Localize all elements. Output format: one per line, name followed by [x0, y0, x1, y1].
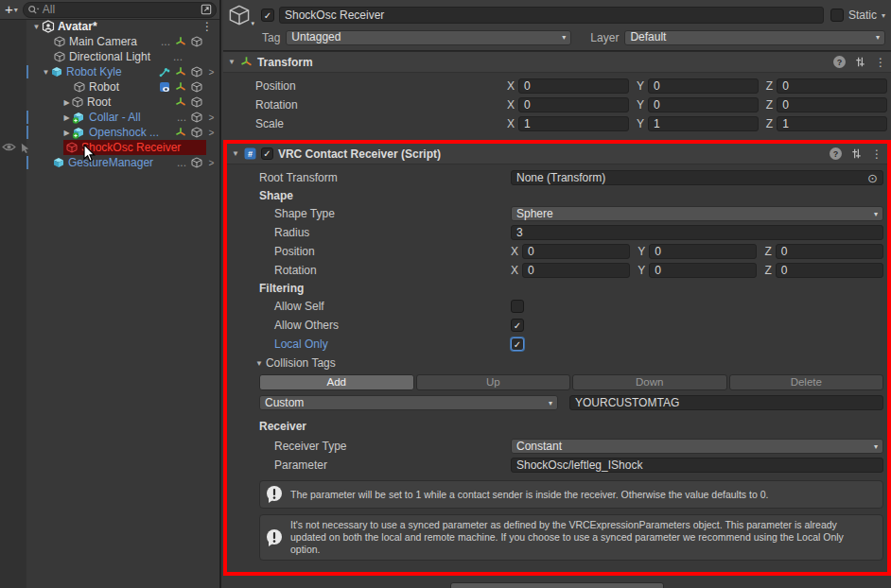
presets-icon[interactable] — [850, 147, 863, 160]
down-button[interactable]: Down — [572, 374, 727, 390]
help-icon[interactable]: ? — [830, 147, 842, 160]
layer-dropdown[interactable]: Default ▾ — [624, 30, 885, 45]
open-search-window-icon[interactable] — [201, 4, 212, 15]
foldout-closed-icon[interactable]: ▶ — [61, 113, 72, 122]
gameobject-icon-button[interactable]: ▾ — [228, 4, 256, 26]
kebab-menu-icon[interactable]: ⋮ — [875, 56, 886, 69]
component-title: Transform — [257, 56, 313, 69]
kebab-menu-icon[interactable]: ⋮ — [871, 147, 882, 161]
position-x-field[interactable]: 0 — [518, 78, 629, 94]
custom-tag-input[interactable]: YOURCUSTOMTAG — [569, 395, 883, 410]
prefab-open-chevron-icon[interactable]: > — [207, 112, 216, 123]
hierarchy-item-robot-kyle[interactable]: ▼ Robot Kyle > — [0, 64, 219, 79]
rotation-z-field[interactable]: 0 — [777, 97, 887, 112]
presets-icon[interactable] — [854, 56, 866, 68]
hierarchy-item-shockosc-receiver[interactable]: ShockOsc Receiver — [0, 140, 219, 155]
tag-dropdown[interactable]: Untagged ▾ — [286, 30, 571, 45]
foldout-open-icon[interactable]: ▼ — [232, 149, 239, 158]
help-text: It's not necessary to use a synced param… — [290, 519, 875, 556]
local-only-checkbox[interactable]: ✓ — [511, 337, 524, 351]
shape-position-x-field[interactable]: 0 — [522, 244, 630, 259]
up-button[interactable]: Up — [416, 374, 571, 390]
hierarchy-item-root[interactable]: ▶ Root — [0, 95, 219, 110]
add-button[interactable]: Add — [259, 374, 414, 390]
hierarchy-item-robot[interactable]: Robot — [0, 79, 219, 95]
override-bar — [26, 111, 28, 124]
hierarchy-item-main-camera[interactable]: Main Camera ... — [0, 34, 219, 49]
inspector-panel: ▾ ✓ ShockOsc Receiver ✓ Static ▾ Tag Unt… — [223, 0, 891, 588]
receiver-type-dropdown[interactable]: Constant ▾ — [511, 439, 883, 454]
prefab-added-cube-icon — [72, 112, 85, 124]
property-label: Allow Self — [227, 300, 511, 313]
shape-position-y-field[interactable]: 0 — [649, 244, 757, 259]
shape-rotation-x-field[interactable]: 0 — [522, 263, 630, 278]
collision-tags-buttons: Add Up Down Delete — [259, 374, 883, 390]
kebab-menu-icon[interactable]: ⋮ — [201, 20, 216, 33]
eye-visibility-icon[interactable] — [2, 142, 16, 152]
prefab-open-chevron-icon[interactable]: > — [207, 158, 216, 168]
check-icon: ✓ — [264, 10, 271, 21]
mesh-icon — [191, 112, 202, 123]
foldout-closed-icon[interactable]: ▶ — [61, 98, 72, 107]
axis-label: Y — [637, 98, 644, 112]
axis-label: Y — [637, 79, 644, 93]
shape-type-dropdown[interactable]: Sphere ▾ — [511, 206, 883, 221]
hierarchy-item-directional-light[interactable]: Directional Light ... — [0, 49, 219, 64]
transform-icon — [175, 96, 186, 108]
root-transform-object-field[interactable]: None (Transform) ⊙ — [511, 170, 883, 185]
shape-rotation-z-field[interactable]: 0 — [776, 263, 883, 278]
radius-field[interactable]: 3 — [511, 225, 883, 240]
hierarchy-item-openshock[interactable]: ▶ Openshock ... > — [0, 125, 219, 140]
gameobject-name-input[interactable]: ShockOsc Receiver — [279, 7, 824, 24]
parameter-input[interactable]: ShockOsc/leftleg_IShock — [511, 458, 883, 473]
hierarchy-search-input[interactable]: All — [23, 2, 217, 18]
delete-button[interactable]: Delete — [729, 374, 884, 390]
override-bar — [26, 156, 28, 169]
rotation-y-field[interactable]: 0 — [648, 97, 759, 112]
info-bubble-icon — [265, 528, 284, 547]
hierarchy-item-avatar[interactable]: ▼ Avatar* ⋮ — [0, 19, 219, 34]
allow-others-checkbox[interactable]: ✓ — [511, 319, 524, 332]
vrc-contact-receiver-header[interactable]: ▼ ✓ VRC Contact Receiver (Script) ? ⋮ — [227, 144, 887, 164]
active-checkbox[interactable]: ✓ — [261, 9, 274, 22]
check-icon: ✓ — [514, 320, 521, 331]
shape-position-z-field[interactable]: 0 — [776, 244, 883, 259]
property-label: Allow Others — [227, 319, 511, 332]
receiver-section-label: Receiver — [227, 416, 887, 437]
scale-row: Scale X1 Y1 Z1 — [223, 114, 891, 133]
allow-self-checkbox[interactable]: ✓ — [511, 300, 524, 313]
hierarchy-item-gesturemanager[interactable]: GestureManager ... > — [0, 155, 219, 170]
static-checkbox[interactable]: ✓ — [830, 9, 844, 22]
foldout-closed-icon[interactable]: ▶ — [61, 129, 72, 137]
static-label: Static — [848, 9, 877, 22]
pickability-icon[interactable] — [19, 142, 31, 154]
add-component-button[interactable]: Add Component — [450, 582, 664, 588]
tag-type-dropdown[interactable]: Custom ▾ — [259, 395, 558, 410]
chevron-down-icon: ▾ — [549, 396, 552, 410]
hierarchy-item-collar-all[interactable]: ▶ Collar - All ... > — [0, 110, 219, 125]
foldout-open-icon[interactable]: ▼ — [41, 68, 51, 77]
transform-header[interactable]: ▼ Transform ? ⋮ — [223, 51, 891, 73]
position-y-field[interactable]: 0 — [648, 78, 759, 94]
prefab-open-chevron-icon[interactable]: > — [207, 128, 216, 138]
scale-x-field[interactable]: 1 — [518, 116, 629, 131]
override-bar — [26, 65, 28, 78]
scale-y-field[interactable]: 1 — [648, 116, 759, 131]
scale-z-field[interactable]: 1 — [777, 116, 887, 131]
shape-rotation-y-field[interactable]: 0 — [649, 263, 757, 278]
rotation-x-field[interactable]: 0 — [518, 97, 629, 112]
prefab-open-chevron-icon[interactable]: > — [207, 67, 216, 78]
help-icon[interactable]: ? — [833, 56, 846, 68]
search-icon — [27, 5, 40, 15]
foldout-open-icon[interactable]: ▼ — [228, 58, 236, 66]
static-dropdown-icon[interactable]: ▾ — [882, 11, 885, 20]
object-picker-icon[interactable]: ⊙ — [867, 172, 878, 184]
position-z-field[interactable]: 0 — [777, 78, 887, 94]
component-enabled-checkbox[interactable]: ✓ — [261, 147, 273, 160]
bone-icon — [159, 66, 170, 78]
axis-label: Z — [766, 79, 773, 93]
foldout-open-icon[interactable]: ▼ — [31, 23, 42, 31]
shape-section-label: Shape — [227, 187, 887, 204]
collision-tags-foldout[interactable]: ▼ Collision Tags — [227, 354, 887, 372]
create-object-button[interactable]: + ▾ — [3, 3, 20, 16]
